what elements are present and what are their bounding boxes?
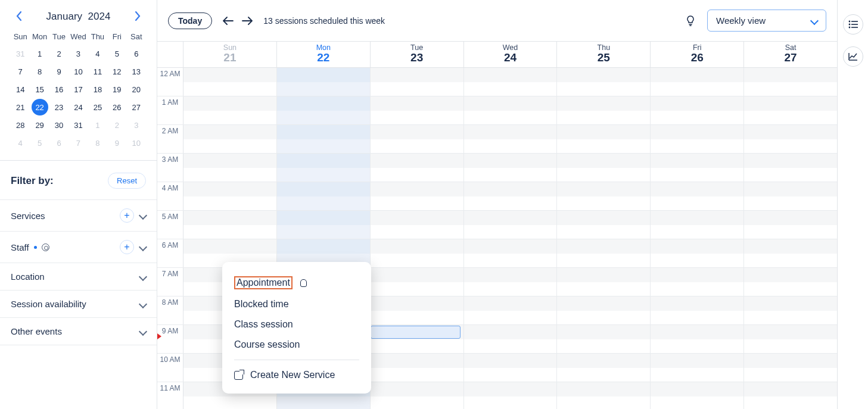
time-cell[interactable] — [744, 211, 837, 239]
day-header[interactable]: Sat27 — [744, 42, 837, 67]
hour-row[interactable]: 5 AM — [157, 211, 837, 239]
time-cell[interactable] — [277, 154, 371, 182]
filter-row-services[interactable]: Services + — [0, 199, 157, 231]
minical-day[interactable]: 2 — [107, 116, 126, 134]
menu-item-blocked-time[interactable]: Blocked time — [234, 294, 359, 314]
minical-day[interactable]: 4 — [11, 134, 30, 152]
time-cell[interactable] — [651, 354, 744, 382]
time-cell[interactable] — [464, 382, 558, 409]
menu-item-course-session[interactable]: Course session — [234, 335, 359, 355]
time-cell[interactable] — [744, 325, 837, 353]
minical-day[interactable]: 1 — [30, 45, 49, 63]
filter-reset-button[interactable]: Reset — [108, 173, 146, 189]
minical-day[interactable]: 7 — [11, 63, 30, 80]
time-cell[interactable] — [651, 154, 744, 182]
time-cell[interactable] — [371, 182, 464, 210]
hour-row[interactable]: 3 AM — [157, 154, 837, 182]
minical-day[interactable]: 27 — [127, 98, 146, 116]
lightbulb-icon[interactable] — [685, 15, 696, 27]
minical-day[interactable]: 23 — [49, 98, 69, 116]
time-cell[interactable] — [744, 296, 837, 324]
minical-day[interactable]: 15 — [30, 80, 49, 98]
arrow-right-icon[interactable] — [242, 17, 253, 25]
day-header[interactable]: Tue23 — [371, 42, 464, 67]
day-header[interactable]: Wed24 — [464, 42, 558, 67]
time-cell[interactable] — [371, 211, 464, 239]
minical-day[interactable]: 26 — [107, 98, 126, 116]
minical-day[interactable]: 19 — [107, 80, 126, 98]
time-cell[interactable] — [277, 96, 371, 124]
time-cell[interactable] — [277, 68, 371, 96]
time-cell[interactable] — [183, 154, 277, 182]
minical-day[interactable]: 11 — [88, 63, 107, 80]
minical-day[interactable]: 20 — [127, 80, 146, 98]
time-cell[interactable] — [651, 268, 744, 296]
time-cell[interactable] — [744, 182, 837, 210]
time-cell[interactable] — [651, 68, 744, 96]
minical-day[interactable]: 9 — [49, 63, 69, 80]
hour-row[interactable]: 2 AM — [157, 125, 837, 154]
time-cell[interactable] — [464, 68, 558, 96]
minical-day[interactable]: 6 — [127, 45, 146, 63]
menu-item-class-session[interactable]: Class session — [234, 314, 359, 335]
minical-day[interactable]: 18 — [88, 80, 107, 98]
add-icon[interactable]: + — [120, 208, 134, 223]
filter-row-location[interactable]: Location — [0, 263, 157, 290]
time-cell[interactable] — [371, 354, 464, 382]
minical-day[interactable]: 10 — [127, 134, 146, 152]
time-cell[interactable] — [557, 211, 651, 239]
minical-day[interactable]: 3 — [127, 116, 146, 134]
time-cell[interactable] — [464, 182, 558, 210]
time-cell[interactable] — [371, 125, 464, 153]
menu-item-appointment[interactable]: Appointment — [234, 271, 359, 294]
minical-day[interactable]: 6 — [49, 134, 69, 152]
minical-day[interactable]: 1 — [88, 116, 107, 134]
minical-day[interactable]: 4 — [88, 45, 107, 63]
minical-day[interactable]: 9 — [107, 134, 126, 152]
time-cell[interactable] — [277, 125, 371, 153]
time-cell[interactable] — [651, 296, 744, 324]
minical-next-month[interactable] — [134, 11, 141, 21]
time-cell[interactable] — [557, 239, 651, 267]
time-cell[interactable] — [371, 268, 464, 296]
day-header[interactable]: Thu25 — [557, 42, 651, 67]
minical-day[interactable]: 22 — [30, 98, 49, 116]
time-cell[interactable] — [651, 211, 744, 239]
time-cell[interactable] — [557, 68, 651, 96]
filter-row-staff[interactable]: Staff + — [0, 231, 157, 263]
time-cell[interactable] — [371, 296, 464, 324]
time-cell[interactable] — [557, 354, 651, 382]
time-cell[interactable] — [371, 239, 464, 267]
time-cell[interactable] — [183, 96, 277, 124]
minical-day[interactable]: 30 — [49, 116, 69, 134]
time-cell[interactable] — [557, 96, 651, 124]
time-cell[interactable] — [371, 154, 464, 182]
list-view-button[interactable] — [843, 14, 863, 35]
time-cell[interactable] — [557, 125, 651, 153]
calendar-grid[interactable]: 12 AM1 AM2 AM3 AM4 AM5 AM6 AM7 AM8 AM9 A… — [157, 68, 837, 409]
time-cell[interactable] — [557, 268, 651, 296]
time-cell[interactable] — [557, 154, 651, 182]
minical-day[interactable]: 8 — [30, 63, 49, 80]
minical-day[interactable]: 5 — [107, 45, 126, 63]
minical-day[interactable]: 12 — [107, 63, 126, 80]
time-cell[interactable] — [557, 296, 651, 324]
time-cell[interactable] — [557, 382, 651, 409]
time-cell[interactable] — [464, 125, 558, 153]
minical-day[interactable]: 10 — [69, 63, 88, 80]
hour-row[interactable]: 1 AM — [157, 96, 837, 125]
time-cell[interactable] — [651, 239, 744, 267]
minical-day[interactable]: 17 — [69, 80, 88, 98]
time-cell[interactable] — [371, 96, 464, 124]
time-cell[interactable] — [464, 96, 558, 124]
view-select[interactable]: Weekly view — [707, 10, 826, 32]
filter-row-other-events[interactable]: Other events — [0, 317, 157, 345]
time-cell[interactable] — [183, 182, 277, 210]
time-cell[interactable] — [277, 211, 371, 239]
hour-row[interactable]: 4 AM — [157, 182, 837, 211]
minical-day[interactable]: 2 — [49, 45, 69, 63]
today-button[interactable]: Today — [168, 13, 212, 29]
minical-day[interactable]: 3 — [69, 45, 88, 63]
menu-item-create-new-service[interactable]: Create New Service — [234, 365, 359, 385]
minical-day[interactable]: 13 — [127, 63, 146, 80]
